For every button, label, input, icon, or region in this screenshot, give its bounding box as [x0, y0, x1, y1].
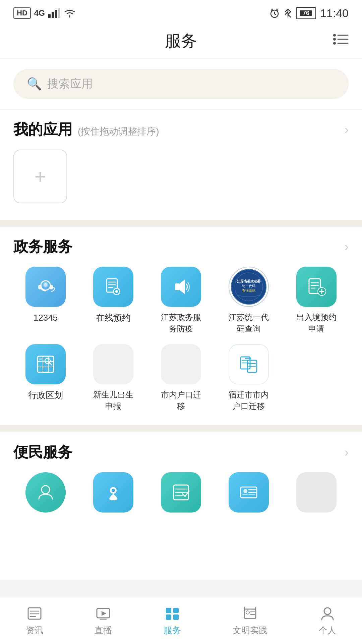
gov-services-section: 政务服务 › 12345 [0, 227, 362, 425]
service-newborn-icon-wrap [93, 344, 133, 384]
service-js-gov-icon-wrap [161, 267, 201, 307]
gov-services-header: 政务服务 › [13, 237, 349, 257]
search-bar[interactable]: 🔍 搜索应用 [13, 69, 349, 99]
svg-point-7 [333, 42, 336, 45]
nav-services-label: 服务 [164, 625, 181, 636]
svg-rect-1 [52, 12, 54, 18]
conv-icon-5 [296, 472, 337, 513]
section-divider [0, 220, 362, 227]
search-icon: 🔍 [27, 77, 42, 91]
hd-badge: HD [13, 7, 31, 19]
conv-icon-4-svg [238, 482, 259, 503]
conv-item-3[interactable] [149, 472, 213, 513]
service-district[interactable]: 行政区划 [13, 344, 78, 412]
svg-rect-0 [48, 14, 51, 18]
service-12345[interactable]: 12345 [13, 267, 78, 334]
service-online-appt[interactable]: 在线预约 [81, 267, 145, 334]
bottom-nav: 资讯 直播 服务 文明实践 [0, 597, 362, 644]
conv-icon-3 [161, 472, 201, 513]
svg-point-6 [333, 38, 336, 41]
svg-point-54 [112, 489, 115, 492]
svg-rect-12 [38, 285, 42, 289]
doc-gear-icon [103, 276, 124, 298]
service-js-gov[interactable]: 江苏政务服务防疫 [149, 267, 213, 334]
service-12345-icon-wrap [25, 267, 66, 307]
status-right: 76 11:40 [269, 7, 349, 20]
conv-icon-4 [229, 472, 269, 513]
my-apps-arrow[interactable]: › [345, 123, 349, 137]
my-apps-section: 我的应用 (按住拖动调整排序) › + [0, 110, 362, 220]
service-transfer-icon-wrap [161, 344, 201, 384]
conv-item-2[interactable] [81, 472, 145, 513]
speaker-icon [170, 276, 192, 298]
svg-line-41 [49, 363, 52, 365]
search-placeholder-text: 搜索应用 [47, 76, 93, 92]
services-icon [164, 605, 181, 622]
headset-icon [35, 276, 56, 298]
conv-item-1[interactable] [13, 472, 78, 513]
doc-plus-icon [306, 276, 327, 298]
news-icon [26, 605, 43, 622]
js-code-badge-icon: 江苏省委政法委 统一代码 查询系统 [230, 268, 267, 305]
svg-rect-73 [173, 608, 179, 613]
conv-icon-2 [93, 472, 133, 513]
nav-profile-label: 个人 [319, 625, 336, 636]
my-apps-subtitle: (按住拖动调整排序) [78, 125, 159, 138]
service-online-appt-label: 在线预约 [96, 312, 131, 324]
service-district-icon-wrap [25, 344, 66, 384]
svg-point-77 [246, 611, 249, 614]
service-border-label: 出入境预约申请 [296, 312, 337, 334]
profile-icon [319, 605, 336, 622]
page-header: 服务 [0, 23, 362, 59]
nav-civilization[interactable]: 文明实践 [233, 605, 267, 636]
service-newborn[interactable]: 新生儿出生申报 [81, 344, 145, 412]
service-js-gov-label: 江苏政务服务防疫 [161, 312, 201, 334]
nav-news[interactable]: 资讯 [26, 605, 43, 636]
service-border[interactable]: 出入境预约申请 [284, 267, 349, 334]
svg-point-60 [243, 489, 247, 493]
civilization-icon [242, 605, 258, 622]
map-search-icon [35, 354, 56, 375]
nav-profile[interactable]: 个人 [319, 605, 336, 636]
svg-text:统一代码: 统一代码 [242, 284, 255, 288]
menu-icon[interactable] [332, 33, 349, 49]
nav-live[interactable]: 直播 [95, 605, 112, 636]
time-display: 11:40 [320, 7, 349, 20]
service-transfer[interactable]: 市内户口迁移 [149, 344, 213, 412]
svg-text:查询系统: 查询系统 [242, 289, 255, 292]
gov-services-grid: 12345 在线预约 [13, 267, 349, 412]
conv-item-4[interactable] [217, 472, 281, 513]
service-12345-label: 12345 [34, 312, 58, 324]
add-app-button[interactable]: + [13, 150, 67, 203]
service-js-code[interactable]: 江苏省委政法委 统一代码 查询系统 江苏统一代码查询 [217, 267, 281, 334]
wifi-icon [64, 8, 76, 18]
svg-rect-75 [173, 614, 179, 620]
svg-point-82 [324, 608, 331, 614]
bluetooth-icon [284, 8, 292, 18]
convenience-header: 便民服务 › [13, 442, 349, 462]
conv-icon-1 [25, 472, 66, 513]
convenience-arrow[interactable]: › [345, 445, 349, 460]
gov-services-arrow[interactable]: › [345, 240, 349, 254]
service-district-label: 行政区划 [28, 389, 63, 401]
service-suqian-label: 宿迁市市内户口迁移 [229, 389, 269, 412]
nav-news-label: 资讯 [26, 625, 43, 636]
svg-rect-76 [244, 609, 256, 619]
my-apps-title: 我的应用 [13, 120, 72, 140]
service-transfer-label: 市内户口迁移 [161, 389, 201, 412]
nav-services[interactable]: 服务 [164, 605, 181, 636]
service-online-appt-icon-wrap [93, 267, 133, 307]
conv-icon-1-svg [35, 482, 56, 503]
plus-icon: + [34, 165, 46, 188]
page-title: 服务 [165, 30, 197, 52]
svg-text:江苏省委政法委: 江苏省委政法委 [237, 279, 261, 283]
section-divider-2 [0, 425, 362, 432]
status-bar: HD 4G 76 11:40 [0, 0, 362, 23]
gov-services-title: 政务服务 [13, 237, 72, 257]
convenience-icons-grid [13, 472, 349, 513]
svg-point-52 [42, 486, 50, 494]
conv-item-5[interactable] [284, 472, 349, 513]
service-suqian[interactable]: 宿迁市市内户口迁移 [217, 344, 281, 412]
svg-point-5 [333, 34, 336, 37]
alarm-icon [269, 8, 280, 18]
